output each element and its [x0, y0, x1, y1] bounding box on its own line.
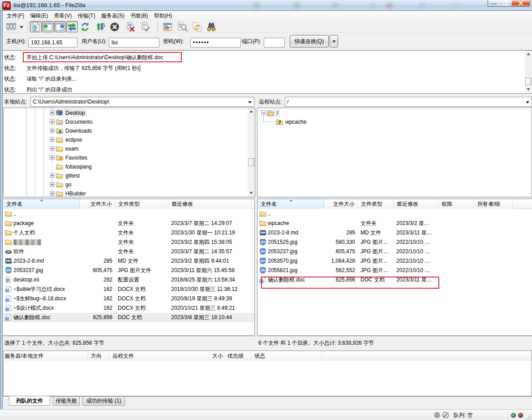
file-row-..[interactable]: .. — [3, 209, 254, 219]
expand-icon[interactable] — [50, 137, 55, 142]
tree-item-content[interactable]: Downloads — [55, 127, 94, 135]
reconnect-button[interactable] — [139, 21, 151, 32]
queue-column-header-0[interactable]: 服务器/本地文件 — [4, 351, 88, 361]
file-row-blurred[interactable]: 文件夹2023/3/2 星期四 15:38:05 — [3, 238, 254, 247]
queue-column-header-2[interactable]: 远程文件 — [109, 351, 209, 361]
refresh-button[interactable] — [79, 21, 91, 32]
resize-grip[interactable] — [526, 414, 532, 420]
menu-item-4[interactable]: 服务器(S) — [99, 11, 127, 20]
column-header-1[interactable]: 文件大小 — [80, 199, 115, 209]
auto-transfer-gear-icon[interactable] — [433, 411, 441, 419]
host-input[interactable]: 192.168.1.65 — [28, 38, 77, 48]
scroll-up-arrow[interactable] — [248, 108, 255, 115]
tree-item-exam[interactable]: exam — [4, 144, 255, 153]
remote-site-combo[interactable]: / — [285, 97, 532, 107]
scroll-down-arrow[interactable] — [248, 190, 255, 197]
file-row-~$生鲜bug--8.18.docx[interactable]: ~$生鲜bug--8.18.docx162DOCX 文档2020/8/19 星期… — [3, 294, 254, 303]
quickconnect-button[interactable]: 快速连接(Q) — [290, 35, 329, 48]
queue-column-header-1[interactable]: 方向 — [88, 351, 109, 361]
tree-item-content[interactable]: gittest — [55, 172, 82, 180]
file-row-2023-2-8.md[interactable]: 2023-2-8.md285MD 文件2023/3/2 星期四 9:44:01 — [3, 256, 254, 266]
directory-comparison-button[interactable] — [176, 21, 188, 32]
tree-item-Favorites[interactable]: Favorites — [4, 153, 255, 162]
toggle-remote-tree-button[interactable] — [54, 21, 66, 32]
column-header-2[interactable]: 文件类型 — [358, 199, 394, 209]
column-header-3[interactable]: 最近修改 — [168, 199, 252, 209]
tree-item-label[interactable]: fotiaoqiang — [65, 163, 92, 171]
column-header-1[interactable]: 文件大小 — [324, 199, 358, 209]
find-files-button[interactable] — [206, 21, 217, 32]
tree-item-label[interactable]: exam — [65, 145, 78, 153]
toggle-transfer-queue-button[interactable] — [66, 21, 78, 32]
column-header-0[interactable]: 文件名 — [3, 199, 80, 209]
column-header-5[interactable]: 所有者/组 — [474, 199, 513, 209]
tree-item-label[interactable]: Desktop — [65, 109, 85, 117]
queue-tab-0[interactable]: 列队的文件 — [9, 396, 50, 406]
expand-icon[interactable] — [50, 146, 55, 151]
file-row-..[interactable]: .. — [257, 209, 532, 219]
tree-item-content[interactable]: Favorites — [55, 154, 89, 162]
expand-icon[interactable] — [50, 191, 55, 196]
column-header-3[interactable]: 最近修改 — [394, 199, 438, 209]
tree-item-gittest[interactable]: gittest — [4, 171, 255, 180]
disconnect-button[interactable] — [124, 21, 136, 32]
menu-item-1[interactable]: 编辑(E) — [28, 11, 50, 20]
tree-item-content[interactable]: go — [55, 181, 73, 189]
tree-item-label[interactable]: gittest — [65, 172, 80, 180]
speed-limits-icon[interactable] — [442, 411, 449, 419]
cancel-operation-button[interactable] — [109, 21, 120, 32]
tree-item-Downloads[interactable]: Downloads — [4, 126, 255, 135]
tree-item-eclipse[interactable]: eclipse — [4, 135, 255, 144]
tree-item-label[interactable]: Downloads — [65, 127, 92, 135]
expand-icon[interactable] — [50, 155, 55, 160]
port-input[interactable] — [264, 38, 285, 48]
expand-icon[interactable] — [50, 182, 55, 187]
file-row-~$sible学习总结.docx[interactable]: ~$sible学习总结.docx162DOCX 文档2019/10/30 星期三… — [3, 285, 254, 294]
tree-item-go[interactable]: go — [4, 180, 255, 189]
process-queue-button[interactable] — [94, 21, 106, 32]
tree-item-label[interactable]: wpcache — [285, 118, 306, 126]
filename-filters-button[interactable] — [162, 21, 173, 32]
local-site-combo[interactable]: C:\Users\Administrator\Desktop\ — [30, 97, 254, 107]
maximize-button[interactable] — [500, 0, 512, 7]
toggle-message-log-button[interactable] — [30, 21, 42, 32]
queue-tab-2[interactable]: 成功的传输 (1) — [82, 397, 125, 406]
tree-item-Documents[interactable]: Documents — [4, 117, 255, 126]
tree-item-label[interactable]: HBuilder — [65, 190, 86, 197]
tree-item-content[interactable]: eclipse — [55, 136, 84, 144]
quickconnect-dropdown[interactable] — [330, 35, 338, 48]
expand-icon[interactable] — [50, 110, 55, 115]
local-tree-scrollbar[interactable] — [248, 108, 255, 197]
file-row-2053237.jpg[interactable]: 2053237.jpg605,475JPG 图片文件2023/3/11 星期六 … — [3, 266, 254, 275]
expand-icon[interactable] — [50, 173, 55, 178]
file-row-wpcache[interactable]: wpcache文件夹2023/3/2 星… — [257, 219, 532, 228]
file-row-2023-2-8.md[interactable]: 2023-2-8.md285MD 文件2023/3/11 星… — [257, 228, 532, 238]
file-row-2053237.jpg[interactable]: 2053237.jpg605,475JPG 图片…2022/10/10 … — [257, 247, 532, 256]
username-input[interactable]: lisi — [109, 38, 159, 48]
tree-item-label[interactable]: go — [65, 181, 71, 189]
tree-item-label[interactable]: Favorites — [65, 154, 87, 162]
tree-item-HBuilder[interactable]: HBuilder — [4, 189, 255, 197]
minimize-button[interactable] — [488, 0, 500, 7]
menu-item-3[interactable]: 传输(T) — [75, 11, 97, 20]
menu-item-6[interactable]: 帮助(H) — [152, 11, 175, 20]
tree-item-label[interactable]: eclipse — [65, 136, 82, 144]
file-row-desktop.ini[interactable]: desktop.ini282配置设置2018/8/25 星期六 13:58:34 — [3, 275, 254, 285]
tree-item-content[interactable]: Desktop — [55, 109, 87, 117]
site-manager-button[interactable] — [4, 21, 18, 32]
queue-column-header-3[interactable]: 大小 — [209, 351, 224, 361]
queue-tab-1[interactable]: 传输失败 — [53, 397, 80, 406]
close-button[interactable] — [511, 0, 530, 7]
queue-column-header-4[interactable]: 优先级 — [224, 351, 251, 361]
expand-icon[interactable] — [50, 119, 55, 124]
scroll-thumb[interactable] — [248, 158, 254, 166]
tree-item-Desktop[interactable]: Desktop — [4, 108, 255, 117]
tree-item-content[interactable]: HBuilder — [55, 190, 88, 197]
file-row-确认删除框.doc[interactable]: 确认删除框.doc825,856DOC 文档2023/3/8 星期三 18:10… — [3, 313, 254, 322]
file-row-个人文档[interactable]: 个人文档文件夹2023/1/30 星期一 10:21:19 — [3, 228, 254, 238]
tree-item-content[interactable]: wpcache — [275, 118, 308, 126]
toggle-local-tree-button[interactable] — [42, 21, 54, 32]
file-row-2053570.jpg[interactable]: 2053570.jpg1,064,428JPG 图片…2022/10/10 … — [257, 256, 532, 266]
file-row-2051525.jpg[interactable]: 2051525.jpg580,330JPG 图片…2022/10/10 … — [257, 238, 532, 247]
collapse-icon[interactable] — [261, 110, 266, 115]
